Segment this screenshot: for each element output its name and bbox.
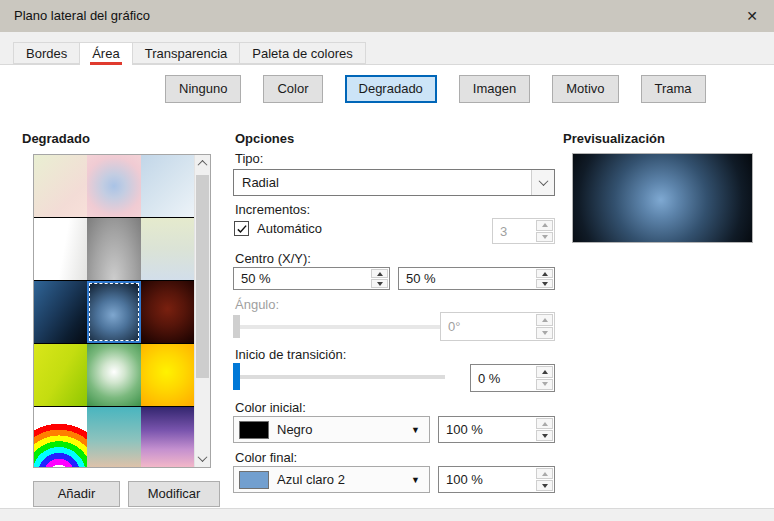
gradient-swatch-blank-with-gray[interactable] — [34, 218, 87, 281]
dialog-title: Plano lateral del gráfico — [14, 0, 150, 32]
to-color-name: Azul claro 2 — [269, 472, 411, 487]
increments-value: 3 — [493, 219, 535, 243]
tab-transparencia[interactable]: Transparencia — [132, 42, 241, 64]
gradient-swatch-deep-red[interactable] — [141, 281, 194, 344]
gradient-swatch-spotted-gray[interactable] — [87, 218, 140, 281]
add-button[interactable]: Añadir — [33, 481, 120, 507]
center-x-value: 50 % — [234, 268, 370, 289]
fill-type-degradado-button[interactable]: Degradado — [345, 75, 437, 103]
center-label: Centro (X/Y): — [235, 251, 311, 266]
automatic-label: Automático — [257, 221, 322, 236]
from-opacity-down-button[interactable] — [536, 430, 553, 441]
gradient-swatch-rainbow[interactable] — [34, 407, 87, 467]
to-color-dropdown[interactable]: Azul claro 2 ▼ — [233, 466, 430, 493]
transition-slider[interactable] — [233, 363, 445, 390]
increments-down-button — [536, 232, 553, 243]
increments-up-button — [536, 220, 553, 231]
to-opacity-down-button[interactable] — [536, 480, 553, 491]
gradient-swatch-teal-to-blue[interactable] — [34, 281, 87, 344]
angle-field: 0° — [440, 312, 555, 341]
gradient-swatch-neon-light[interactable] — [87, 344, 140, 407]
to-color-swatch — [239, 471, 269, 489]
dropdown-arrow-icon: ▼ — [411, 475, 420, 485]
chevron-down-icon — [198, 452, 208, 462]
tab-label: Bordes — [26, 46, 67, 61]
tab-area[interactable]: Área — [79, 42, 132, 65]
tab-paleta-de-colores[interactable]: Paleta de colores — [239, 42, 365, 64]
close-icon[interactable]: ✕ — [730, 0, 774, 32]
fill-type-row: NingunoColorDegradadoImagenMotivoTrama — [165, 75, 706, 103]
fill-type-color-button[interactable]: Color — [263, 75, 322, 103]
gradient-gallery-grid — [34, 155, 194, 467]
gradient-swatch-sundown[interactable] — [87, 407, 140, 467]
chevron-up-icon — [198, 160, 208, 170]
increments-label: Incrementos: — [235, 202, 310, 217]
fill-type-imagen-button[interactable]: Imagen — [459, 75, 530, 103]
preview-section-label: Previsualización — [563, 131, 665, 146]
scrollbar-thumb[interactable] — [196, 175, 209, 378]
center-x-up-button[interactable] — [371, 269, 388, 278]
check-icon — [236, 223, 248, 235]
slider-thumb — [233, 315, 240, 338]
center-x-field[interactable]: 50 % — [233, 267, 390, 290]
tab-label: Transparencia — [145, 46, 228, 61]
gradient-swatch-pastel-dream[interactable] — [87, 155, 140, 218]
tab-bordes[interactable]: Bordes — [13, 42, 80, 64]
gradient-swatch-pastel-bouquet[interactable] — [34, 155, 87, 218]
transition-up-button[interactable] — [536, 366, 553, 378]
tab-label: Área — [92, 46, 119, 61]
transition-down-button[interactable] — [536, 379, 553, 391]
scroll-down-button[interactable] — [195, 450, 210, 467]
gradient-swatch-green-grass[interactable] — [34, 344, 87, 407]
gradient-type-dropdown[interactable]: Radial — [233, 169, 555, 196]
center-y-up-button[interactable] — [536, 269, 553, 278]
angle-slider — [233, 315, 445, 338]
transition-field[interactable]: 0 % — [470, 364, 555, 392]
transition-label: Inicio de transición: — [235, 347, 346, 362]
from-color-label: Color inicial: — [235, 400, 306, 415]
angle-label: Ángulo: — [235, 297, 279, 312]
from-color-name: Negro — [269, 422, 411, 437]
fill-type-motivo-button[interactable]: Motivo — [552, 75, 618, 103]
chevron-down-icon — [538, 176, 548, 186]
gallery-scrollbar[interactable] — [194, 155, 210, 467]
fill-type-ninguno-button[interactable]: Ninguno — [165, 75, 241, 103]
gradient-swatch-midnight-blue[interactable] — [87, 281, 140, 344]
gradient-swatch-blue-touch[interactable] — [141, 155, 194, 218]
slider-track[interactable] — [233, 375, 445, 379]
from-opacity-field[interactable]: 100 % — [438, 416, 555, 443]
transition-value: 0 % — [471, 365, 535, 391]
from-opacity-up-button[interactable] — [536, 418, 553, 429]
gradient-swatch-purple-pink[interactable] — [141, 407, 194, 467]
modify-button[interactable]: Modificar — [128, 481, 220, 507]
area-fill-dialog: Plano lateral del gráfico ✕ BordesÁreaTr… — [0, 0, 774, 521]
fill-type-trama-button[interactable]: Trama — [641, 75, 706, 103]
gradient-preview — [572, 153, 753, 243]
angle-up-button — [536, 314, 553, 326]
dropdown-button[interactable] — [531, 170, 554, 195]
angle-down-button — [536, 327, 553, 339]
from-color-dropdown[interactable]: Negro ▼ — [233, 416, 430, 443]
center-y-field[interactable]: 50 % — [398, 267, 555, 290]
dropdown-arrow-icon: ▼ — [411, 425, 420, 435]
gradient-swatch-sunshine[interactable] — [141, 344, 194, 407]
options-section-label: Opciones — [235, 131, 294, 146]
scroll-up-button[interactable] — [195, 155, 210, 172]
gradient-swatch-london-mist[interactable] — [141, 218, 194, 281]
center-y-down-button[interactable] — [536, 279, 553, 288]
tab-label: Paleta de colores — [252, 46, 352, 61]
center-x-down-button[interactable] — [371, 279, 388, 288]
to-color-label: Color final: — [235, 450, 297, 465]
gradient-type-value: Radial — [234, 175, 531, 190]
slider-track — [233, 325, 445, 329]
slider-thumb[interactable] — [233, 363, 240, 390]
automatic-checkbox[interactable] — [234, 221, 249, 236]
tab-bar: BordesÁreaTransparenciaPaleta de colores — [13, 42, 366, 65]
type-label: Tipo: — [235, 151, 263, 166]
gradient-section-label: Degradado — [22, 131, 90, 146]
angle-value: 0° — [441, 313, 535, 340]
active-tab-marker — [90, 62, 121, 65]
to-opacity-field[interactable]: 100 % — [438, 466, 555, 493]
to-opacity-up-button[interactable] — [536, 468, 553, 479]
from-color-swatch — [239, 421, 269, 439]
